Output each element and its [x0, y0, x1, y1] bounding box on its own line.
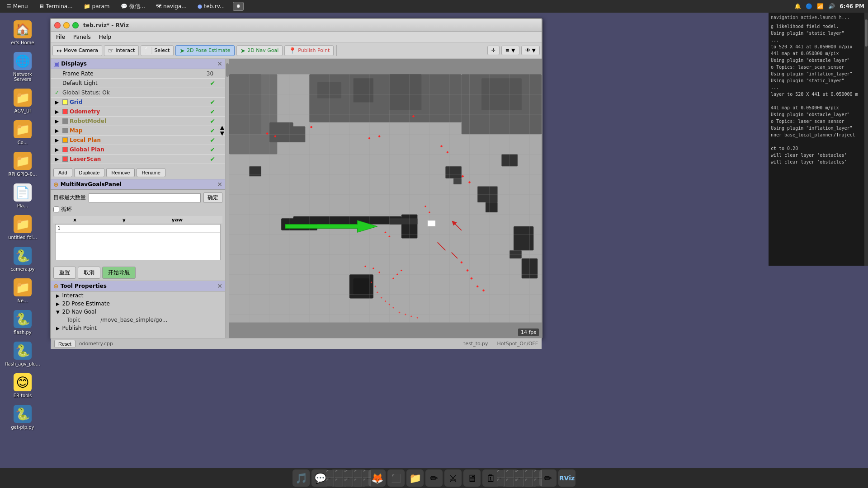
volume-icon[interactable]: 🔊: [828, 3, 835, 9]
maximize-button[interactable]: [72, 22, 79, 28]
add-button[interactable]: Add: [53, 168, 72, 177]
nav-goal-btn[interactable]: ➤ 2D Nav Goal: [236, 45, 283, 56]
display-frame-rate[interactable]: Frame Rate 30: [51, 69, 225, 79]
active-task[interactable]: ✹: [233, 2, 244, 11]
tb-icon-vim[interactable]: ⚔️: [444, 469, 462, 487]
multi-nav-close[interactable]: ✕: [217, 181, 222, 188]
hotspot-label: HotSpot_On/OFF: [497, 341, 538, 347]
tb-icon-monitor[interactable]: 🖥: [463, 469, 481, 487]
map-area[interactable]: 14 fps: [229, 59, 542, 338]
menu-panels[interactable]: Panels: [70, 33, 94, 41]
tb-icon-apps2[interactable]: ⬛⬛⬛⬛⬛⬛: [520, 469, 538, 487]
publish-point-btn[interactable]: 📍 Publish Point: [284, 45, 334, 56]
loop-checkbox[interactable]: [53, 206, 59, 212]
move-camera-btn[interactable]: ↔ Move Camera: [52, 45, 102, 56]
tool-props-panel: ⊕ Tool Properties ✕ ▶ Interact ▶ 2D Pose…: [51, 281, 225, 338]
desktop-icon-untitled[interactable]: 📁 untitled fol...: [5, 215, 41, 240]
display-global-plan[interactable]: ▶ Global Plan ✔: [51, 145, 225, 155]
menu-file[interactable]: File: [52, 33, 69, 41]
table-row: 1: [56, 225, 220, 233]
table-header: x y yaw: [53, 216, 222, 224]
param-task[interactable]: 📁 param: [81, 2, 113, 10]
terminal-task[interactable]: 🖥 Termina...: [36, 2, 75, 10]
cancel-nav-btn[interactable]: 取消: [78, 267, 100, 279]
tb-icon-music[interactable]: 🎵: [292, 469, 310, 487]
desktop-icon-pla[interactable]: 📄 Pla...: [5, 183, 41, 208]
desktop-icon-flash[interactable]: 🐍 flash.py: [5, 310, 41, 335]
reset-nav-btn[interactable]: 重置: [53, 267, 76, 279]
remove-button[interactable]: Remove: [106, 168, 135, 177]
close-button[interactable]: [54, 22, 61, 28]
display-laser-scan[interactable]: ▶ LaserScan ✔: [51, 155, 225, 164]
tb-icon-editor[interactable]: ✏️: [425, 469, 443, 487]
desktop-icon-home[interactable]: 🏠 er's Home: [5, 20, 41, 45]
left-panel-scroll-thumb[interactable]: [226, 63, 229, 77]
wechat-task[interactable]: 💬 微信...: [118, 2, 148, 11]
select-btn[interactable]: ⬜ Select: [141, 45, 174, 56]
duplicate-button[interactable]: Duplicate: [74, 168, 105, 177]
display-local-plan[interactable]: ▶ Local Plan ✔: [51, 136, 225, 145]
menu-help[interactable]: Help: [95, 33, 115, 41]
svg-point-70: [396, 274, 398, 276]
terminal-scrollbar[interactable]: [864, 13, 868, 266]
desktop-icon-getpip[interactable]: 🐍 get-pip.py: [5, 405, 41, 430]
tool-props-title: Tool Properties: [61, 283, 107, 289]
display-grid[interactable]: ▶ Grid ✔: [51, 98, 225, 107]
confirm-btn[interactable]: 确定: [203, 192, 222, 203]
prop-nav-goal[interactable]: ▼ 2D Nav Goal: [51, 308, 225, 316]
displays-list: Frame Rate 30 Default Light ✔: [51, 69, 225, 166]
prop-pose-estimate[interactable]: ▶ 2D Pose Estimate: [51, 300, 225, 308]
bottom-bar: Reset odometry.cpp test_to.py HotSpot_On…: [51, 338, 542, 349]
left-panel-scrollbar[interactable]: [226, 59, 229, 338]
tool-props-close[interactable]: ✕: [217, 282, 222, 290]
terminal-scroll-thumb[interactable]: [865, 19, 868, 47]
prop-publish-point[interactable]: ▶ Publish Point: [51, 324, 225, 332]
rename-button[interactable]: Rename: [137, 168, 165, 177]
display-map[interactable]: ▶ Map ✔: [51, 126, 225, 136]
prop-interact[interactable]: ▶ Interact: [51, 291, 225, 300]
interact-btn[interactable]: ☞ Interact: [104, 45, 139, 56]
terminal-label: Termina...: [46, 3, 73, 9]
desktop-icon-ertools[interactable]: 😊 ER-tools: [5, 373, 41, 398]
tb-icon-note[interactable]: ✏️: [539, 469, 557, 487]
naviga-task[interactable]: 🗺 naviga...: [153, 2, 189, 10]
tb-icon-dots2[interactable]: ⬛⬛⬛⬛⬛⬛: [349, 469, 367, 487]
display-default-light[interactable]: Default Light ✔: [51, 79, 225, 88]
reset-btn[interactable]: Reset: [54, 340, 75, 348]
desktop-icon-co[interactable]: 📁 Co...: [5, 120, 41, 145]
minimize-button[interactable]: [63, 22, 70, 28]
desktop-icon-network[interactable]: 🌐 Network Servers: [5, 52, 41, 82]
scroll-down-arrow[interactable]: ▼: [220, 130, 224, 136]
bell-icon[interactable]: 🔔: [794, 3, 801, 9]
scroll-up-arrow[interactable]: ▲: [220, 124, 224, 131]
camera-btn[interactable]: 👁 ▼: [521, 46, 540, 55]
displays-close[interactable]: ✕: [217, 60, 222, 67]
desktop-icon-rpi[interactable]: 📁 RPi.GPIO-0...: [5, 152, 41, 177]
desktop-icon-agv[interactable]: 📁 AGV_UI: [5, 89, 41, 113]
desktop-icon-ne[interactable]: 📁 Ne...: [5, 278, 41, 303]
desktop-icons: 🏠 er's Home 🌐 Network Servers 📁 AGV_UI 📁…: [0, 16, 45, 434]
crosshair-btn[interactable]: ✛: [487, 46, 500, 55]
display-goal-pose[interactable]: ▶ Goal Pose ✔: [51, 164, 225, 166]
displays-icon: ▣: [53, 60, 59, 67]
pose-estimate-btn[interactable]: ➤ 2D Pose Estimate: [175, 45, 234, 56]
desktop-icon-flash-agv[interactable]: 🐍 flash_agv_plu...: [5, 342, 41, 366]
desktop-icon-camera[interactable]: 🐍 camera.py: [5, 247, 41, 272]
display-odometry[interactable]: ▶ Odometry ✔: [51, 107, 225, 117]
display-global-status[interactable]: ✓ Global Status: Ok: [51, 88, 225, 98]
menu-btn[interactable]: ☰ Menu: [4, 2, 31, 10]
bluetooth-icon[interactable]: 🔵: [806, 3, 812, 9]
max-goals-label: 目标最大数量: [53, 194, 86, 202]
start-nav-btn[interactable]: 开始导航: [102, 267, 136, 279]
wifi-icon[interactable]: 📶: [817, 3, 824, 9]
max-goals-input[interactable]: [89, 193, 201, 202]
menu-bar: File Panels Help: [51, 32, 542, 42]
tb-icon-files[interactable]: 📁: [406, 469, 424, 487]
multi-nav-header-left: ⊕ MultiNavGoalsPanel: [53, 181, 122, 188]
teb-task[interactable]: ● teb.rv...: [195, 2, 228, 10]
tb-icon-firefox[interactable]: 🦊: [368, 469, 386, 487]
tb-icon-rviz[interactable]: RViz: [558, 469, 576, 487]
tb-icon-terminal[interactable]: ⬛: [387, 469, 405, 487]
view-btn[interactable]: ≡ ▼: [501, 46, 519, 55]
display-robot-model[interactable]: ▶ RobotModel ✔: [51, 117, 225, 126]
